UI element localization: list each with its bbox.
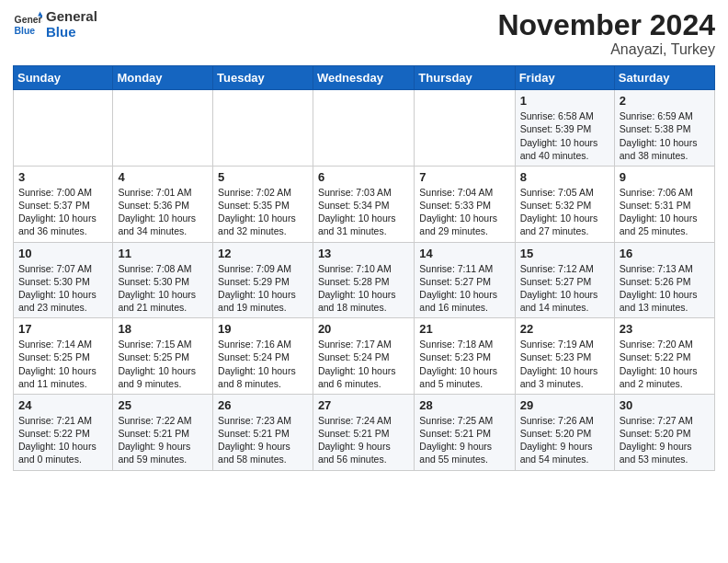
weekday-header-sunday: Sunday bbox=[14, 66, 113, 90]
day-info: Sunrise: 7:25 AM Sunset: 5:21 PM Dayligh… bbox=[419, 414, 509, 466]
weekday-header-thursday: Thursday bbox=[415, 66, 515, 90]
svg-text:General: General bbox=[15, 15, 42, 25]
day-number: 21 bbox=[419, 322, 509, 336]
day-number: 3 bbox=[18, 170, 108, 184]
day-cell: 10Sunrise: 7:07 AM Sunset: 5:30 PM Dayli… bbox=[14, 242, 113, 318]
day-cell: 20Sunrise: 7:17 AM Sunset: 5:24 PM Dayli… bbox=[313, 318, 414, 395]
svg-text:Blue: Blue bbox=[15, 25, 36, 35]
week-row-5: 24Sunrise: 7:21 AM Sunset: 5:22 PM Dayli… bbox=[14, 394, 715, 470]
weekday-header-monday: Monday bbox=[113, 66, 213, 90]
day-cell: 18Sunrise: 7:15 AM Sunset: 5:25 PM Dayli… bbox=[113, 318, 213, 395]
logo: General Blue General Blue bbox=[13, 9, 97, 40]
day-info: Sunrise: 7:26 AM Sunset: 5:20 PM Dayligh… bbox=[520, 414, 609, 466]
day-number: 23 bbox=[620, 322, 710, 336]
day-number: 8 bbox=[520, 170, 609, 184]
logo-blue-text: Blue bbox=[46, 25, 97, 40]
day-info: Sunrise: 7:12 AM Sunset: 5:27 PM Dayligh… bbox=[520, 262, 609, 315]
calendar-table: SundayMondayTuesdayWednesdayThursdayFrid… bbox=[13, 65, 715, 470]
day-cell bbox=[14, 90, 113, 167]
day-cell: 14Sunrise: 7:11 AM Sunset: 5:27 PM Dayli… bbox=[415, 242, 515, 318]
calendar-subtitle: Anayazi, Turkey bbox=[497, 41, 715, 58]
day-cell: 29Sunrise: 7:26 AM Sunset: 5:20 PM Dayli… bbox=[515, 394, 614, 470]
day-number: 16 bbox=[620, 247, 710, 260]
day-cell bbox=[415, 90, 515, 167]
day-cell: 26Sunrise: 7:23 AM Sunset: 5:21 PM Dayli… bbox=[213, 394, 313, 470]
weekday-header-wednesday: Wednesday bbox=[313, 66, 414, 90]
day-info: Sunrise: 7:08 AM Sunset: 5:30 PM Dayligh… bbox=[118, 262, 208, 315]
weekday-header-friday: Friday bbox=[515, 66, 614, 90]
day-number: 1 bbox=[520, 94, 609, 108]
day-number: 13 bbox=[318, 247, 409, 260]
day-cell: 28Sunrise: 7:25 AM Sunset: 5:21 PM Dayli… bbox=[415, 394, 515, 470]
day-cell: 4Sunrise: 7:01 AM Sunset: 5:36 PM Daylig… bbox=[113, 166, 213, 242]
day-number: 6 bbox=[318, 170, 409, 184]
week-row-2: 3Sunrise: 7:00 AM Sunset: 5:37 PM Daylig… bbox=[14, 166, 715, 242]
day-info: Sunrise: 7:06 AM Sunset: 5:31 PM Dayligh… bbox=[620, 186, 710, 238]
day-number: 29 bbox=[520, 398, 609, 412]
day-number: 4 bbox=[118, 170, 208, 184]
day-cell: 8Sunrise: 7:05 AM Sunset: 5:32 PM Daylig… bbox=[515, 166, 614, 242]
day-number: 30 bbox=[620, 398, 710, 412]
day-cell bbox=[213, 90, 313, 167]
day-info: Sunrise: 7:04 AM Sunset: 5:33 PM Dayligh… bbox=[419, 186, 509, 238]
weekday-header-saturday: Saturday bbox=[614, 66, 714, 90]
day-cell: 16Sunrise: 7:13 AM Sunset: 5:26 PM Dayli… bbox=[614, 242, 714, 318]
weekday-header-row: SundayMondayTuesdayWednesdayThursdayFrid… bbox=[14, 66, 715, 90]
logo-general-text: General bbox=[46, 9, 97, 25]
day-cell: 9Sunrise: 7:06 AM Sunset: 5:31 PM Daylig… bbox=[614, 166, 714, 242]
day-number: 25 bbox=[118, 398, 208, 412]
day-number: 27 bbox=[318, 398, 409, 412]
page: General Blue General Blue November 2024 … bbox=[0, 0, 728, 563]
day-info: Sunrise: 7:00 AM Sunset: 5:37 PM Dayligh… bbox=[18, 186, 108, 238]
day-number: 18 bbox=[118, 322, 208, 336]
day-number: 15 bbox=[520, 247, 609, 260]
day-info: Sunrise: 7:17 AM Sunset: 5:24 PM Dayligh… bbox=[318, 338, 409, 390]
calendar-title: November 2024 bbox=[497, 9, 715, 41]
day-info: Sunrise: 7:13 AM Sunset: 5:26 PM Dayligh… bbox=[620, 262, 710, 315]
day-number: 24 bbox=[18, 398, 108, 412]
day-info: Sunrise: 7:05 AM Sunset: 5:32 PM Dayligh… bbox=[520, 186, 609, 238]
day-cell: 1Sunrise: 6:58 AM Sunset: 5:39 PM Daylig… bbox=[515, 90, 614, 167]
day-number: 12 bbox=[218, 247, 308, 260]
day-info: Sunrise: 7:20 AM Sunset: 5:22 PM Dayligh… bbox=[620, 338, 710, 390]
day-info: Sunrise: 7:11 AM Sunset: 5:27 PM Dayligh… bbox=[419, 262, 509, 315]
day-number: 9 bbox=[620, 170, 710, 184]
day-info: Sunrise: 7:27 AM Sunset: 5:20 PM Dayligh… bbox=[620, 414, 710, 466]
day-info: Sunrise: 6:59 AM Sunset: 5:38 PM Dayligh… bbox=[620, 109, 710, 162]
logo-icon: General Blue bbox=[13, 10, 42, 40]
day-number: 7 bbox=[419, 170, 509, 184]
weekday-header-tuesday: Tuesday bbox=[213, 66, 313, 90]
day-info: Sunrise: 7:14 AM Sunset: 5:25 PM Dayligh… bbox=[18, 338, 108, 390]
week-row-3: 10Sunrise: 7:07 AM Sunset: 5:30 PM Dayli… bbox=[14, 242, 715, 318]
day-cell: 15Sunrise: 7:12 AM Sunset: 5:27 PM Dayli… bbox=[515, 242, 614, 318]
week-row-1: 1Sunrise: 6:58 AM Sunset: 5:39 PM Daylig… bbox=[14, 90, 715, 167]
day-cell bbox=[113, 90, 213, 167]
day-info: Sunrise: 7:01 AM Sunset: 5:36 PM Dayligh… bbox=[118, 186, 208, 238]
day-cell: 5Sunrise: 7:02 AM Sunset: 5:35 PM Daylig… bbox=[213, 166, 313, 242]
day-number: 11 bbox=[118, 247, 208, 260]
day-info: Sunrise: 7:24 AM Sunset: 5:21 PM Dayligh… bbox=[318, 414, 409, 466]
day-info: Sunrise: 6:58 AM Sunset: 5:39 PM Dayligh… bbox=[520, 109, 609, 162]
day-info: Sunrise: 7:07 AM Sunset: 5:30 PM Dayligh… bbox=[18, 262, 108, 315]
day-number: 26 bbox=[218, 398, 308, 412]
day-info: Sunrise: 7:09 AM Sunset: 5:29 PM Dayligh… bbox=[218, 262, 308, 315]
day-cell: 25Sunrise: 7:22 AM Sunset: 5:21 PM Dayli… bbox=[113, 394, 213, 470]
day-cell: 6Sunrise: 7:03 AM Sunset: 5:34 PM Daylig… bbox=[313, 166, 414, 242]
header: General Blue General Blue November 2024 … bbox=[13, 9, 715, 58]
title-block: November 2024 Anayazi, Turkey bbox=[497, 9, 715, 58]
day-number: 20 bbox=[318, 322, 409, 336]
day-cell: 7Sunrise: 7:04 AM Sunset: 5:33 PM Daylig… bbox=[415, 166, 515, 242]
day-number: 14 bbox=[419, 247, 509, 260]
day-info: Sunrise: 7:10 AM Sunset: 5:28 PM Dayligh… bbox=[318, 262, 409, 315]
day-number: 2 bbox=[620, 94, 710, 108]
day-number: 17 bbox=[18, 322, 108, 336]
day-info: Sunrise: 7:21 AM Sunset: 5:22 PM Dayligh… bbox=[18, 414, 108, 466]
day-cell: 2Sunrise: 6:59 AM Sunset: 5:38 PM Daylig… bbox=[614, 90, 714, 167]
day-cell: 3Sunrise: 7:00 AM Sunset: 5:37 PM Daylig… bbox=[14, 166, 113, 242]
week-row-4: 17Sunrise: 7:14 AM Sunset: 5:25 PM Dayli… bbox=[14, 318, 715, 395]
day-cell: 30Sunrise: 7:27 AM Sunset: 5:20 PM Dayli… bbox=[614, 394, 714, 470]
day-info: Sunrise: 7:15 AM Sunset: 5:25 PM Dayligh… bbox=[118, 338, 208, 390]
day-cell: 24Sunrise: 7:21 AM Sunset: 5:22 PM Dayli… bbox=[14, 394, 113, 470]
day-cell bbox=[313, 90, 414, 167]
day-number: 5 bbox=[218, 170, 308, 184]
